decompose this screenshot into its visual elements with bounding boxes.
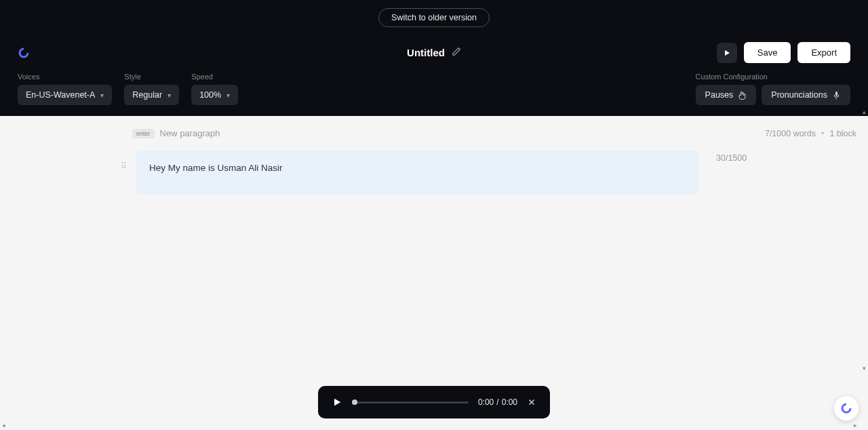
top-banner: Switch to older version [0,0,868,35]
app-logo[interactable] [18,47,30,59]
app-icon [840,402,852,414]
pauses-label: Pauses [705,90,734,100]
pronunciations-button[interactable]: Pronunciations [762,85,850,105]
scroll-right-caret[interactable]: ▸ [854,422,857,429]
chevron-down-icon: ▾ [226,92,230,99]
current-time: 0:00 [478,397,494,407]
audio-close-button[interactable] [527,397,536,407]
scroll-up-caret[interactable]: ▴ [863,109,866,115]
help-fab[interactable] [834,396,859,421]
audio-player: 0:00 / 0:00 [318,386,550,418]
speed-value: 100% [199,90,221,100]
char-count: 30/1500 [716,151,747,163]
chevron-down-icon: ▾ [167,92,171,99]
word-count: 7/1000 words [765,129,816,138]
switch-version-button[interactable]: Switch to older version [378,8,490,27]
editor-area: enter New paragraph 7/1000 words • 1 blo… [0,116,868,430]
enter-key-badge: enter [132,129,155,138]
scroll-left-caret[interactable]: ◂ [2,422,5,429]
play-icon [723,49,731,57]
stat-separator: • [821,129,824,138]
voices-label: Voices [18,73,112,81]
style-dropdown[interactable]: Regular ▾ [124,85,179,105]
pronunciations-label: Pronunciations [771,90,827,100]
audio-play-button[interactable] [332,397,342,408]
play-icon [332,397,342,408]
style-value: Regular [132,90,162,100]
edit-title-icon[interactable] [452,47,461,59]
play-all-button[interactable] [717,43,737,63]
drag-handle-icon[interactable]: ⠿ [121,151,127,171]
hint-row: enter New paragraph 7/1000 words • 1 blo… [132,128,856,138]
time-separator: / [496,397,498,407]
main-header: Untitled Save Export [0,35,868,73]
total-time: 0:00 [502,397,517,407]
pauses-button[interactable]: Pauses [696,85,757,105]
progress-thumb[interactable] [352,399,357,405]
progress-track[interactable] [352,402,469,404]
new-paragraph-hint: New paragraph [160,128,220,138]
close-icon [527,397,536,407]
text-block-row: ⠿ Hey My name is Usman Ali Nasir 30/1500 [132,151,856,195]
hand-icon [738,91,747,100]
document-title: Untitled [407,47,445,58]
save-button[interactable]: Save [744,42,791,63]
custom-config-label: Custom Configuration [696,73,768,81]
speed-dropdown[interactable]: 100% ▾ [191,85,238,105]
voices-value: En-US-Wavenet-A [26,90,95,100]
voices-dropdown[interactable]: En-US-Wavenet-A ▾ [18,85,112,105]
scroll-down-caret[interactable]: ▾ [863,365,866,372]
style-label: Style [124,73,179,81]
chevron-down-icon: ▾ [100,92,104,99]
text-block[interactable]: Hey My name is Usman Ali Nasir [136,151,698,195]
block-count: 1 block [829,129,856,138]
export-button[interactable]: Export [797,42,850,63]
mic-icon [832,91,841,100]
config-row: Voices En-US-Wavenet-A ▾ Style Regular ▾… [0,73,868,116]
speed-label: Speed [191,73,238,81]
